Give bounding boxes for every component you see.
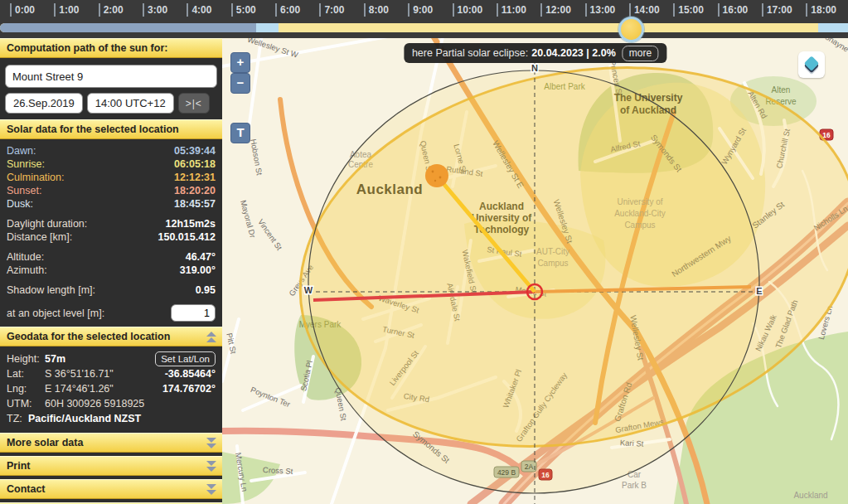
- eclipse-more-button[interactable]: more: [623, 46, 658, 61]
- geodata-panel: Height: 57m Set Lat/Lon Lat: S 36°51'16.…: [0, 346, 222, 429]
- sun-position-icon[interactable]: [425, 164, 448, 187]
- sidebar: Computation path of the sun for: 26.Sep.…: [0, 38, 222, 504]
- map[interactable]: Wellesley St WHobson StMayoral DrVincent…: [222, 38, 848, 504]
- timeline-segment: [279, 23, 819, 32]
- geodata-header[interactable]: Geodata for the selected location: [0, 327, 222, 346]
- map-canvas: Wellesley St WHobson StMayoral DrVincent…: [222, 38, 848, 504]
- timeline-tick-4:00: 4:00: [187, 3, 211, 17]
- collapse-sidebar-button[interactable]: >|<: [178, 93, 210, 114]
- map-label: Alten: [772, 85, 791, 94]
- solar-data-header: Solar data for the selected location: [0, 119, 222, 139]
- set-latlon-button[interactable]: Set Lat/Lon: [155, 351, 216, 366]
- accordion-more-solar-data[interactable]: More solar data: [0, 433, 222, 453]
- timeline-tick-3:00: 3:00: [143, 3, 167, 17]
- object-level-input[interactable]: [171, 304, 216, 322]
- date-button[interactable]: 26.Sep.2019: [5, 93, 83, 114]
- timeline[interactable]: 0:001:002:003:004:005:006:007:008:009:00…: [0, 0, 848, 38]
- timeline-tick-2:00: 2:00: [99, 3, 124, 17]
- timeline-tick-10:00: 10:00: [453, 3, 483, 17]
- solar-metric-row: Daylight duration:12h15m2s: [7, 217, 216, 230]
- timeline-sun-handle[interactable]: [618, 17, 644, 42]
- timeline-tick-16:00: 16:00: [718, 3, 749, 17]
- compass-w: W: [304, 285, 313, 295]
- timeline-tick-1:00: 1:00: [54, 3, 79, 17]
- timeline-segment: [256, 23, 279, 32]
- lng-dms: E 174°46'1.26": [45, 381, 162, 396]
- map-label: Park B: [622, 481, 647, 490]
- sun-path-today-ellipse: [308, 70, 759, 493]
- solar-time-row: Sunrise:06:05:18: [7, 158, 216, 171]
- zoom-in-button[interactable]: +: [230, 52, 250, 73]
- timeline-tick-13:00: 13:00: [585, 3, 616, 17]
- compass-n: N: [531, 63, 538, 73]
- lat-decimal: -36.85464°: [165, 366, 216, 381]
- timeline-tick-14:00: 14:00: [629, 3, 660, 17]
- eclipse-banner[interactable]: here Partial solar eclipse: 20.04.2023 |…: [404, 43, 666, 63]
- timeline-tick-8:00: 8:00: [364, 3, 389, 17]
- lat-dms: S 36°51'16.71": [45, 366, 165, 381]
- solar-data-header-label: Solar data for the selected location: [7, 124, 179, 135]
- computation-header-label: Computation path of the sun for:: [7, 42, 167, 54]
- solar-metric-row: Shadow length [m]:0.95: [7, 284, 216, 297]
- sidebar-accordions: More solar dataPrintContactHelp & API: [0, 433, 222, 504]
- object-level-label: at an object level [m]:: [7, 308, 104, 319]
- location-input[interactable]: [5, 65, 217, 88]
- geodata-header-label: Geodata for the selected location: [7, 331, 170, 342]
- eclipse-text: here Partial solar eclipse:: [412, 47, 528, 59]
- time-button[interactable]: 14:00 UTC+12: [87, 93, 174, 114]
- map-label: Cross St: [263, 465, 293, 476]
- accordion-print[interactable]: Print: [0, 456, 222, 476]
- solar-metric-row: Distance [km]:150.015.412: [7, 230, 216, 244]
- solar-metric-row: Altitude:46.47°: [7, 250, 216, 264]
- lng-label: Lng:: [7, 381, 45, 396]
- compass-e: E: [756, 286, 762, 296]
- timeline-tick-11:00: 11:00: [497, 3, 526, 17]
- timeline-day-bar[interactable]: [0, 23, 848, 32]
- lng-decimal: 174.76702°: [162, 381, 216, 396]
- accordion-contact[interactable]: Contact: [0, 479, 222, 499]
- height-label: Height:: [7, 351, 45, 366]
- zoom-out-button[interactable]: −: [230, 73, 250, 94]
- timeline-segment: [818, 23, 848, 32]
- tz-value: Pacific/Auckland NZST: [28, 413, 141, 424]
- timeline-tick-18:00: 18:00: [806, 3, 836, 17]
- solar-time-row: Sunset:18:20:20: [7, 184, 216, 197]
- tz-label: TZ:: [7, 411, 28, 426]
- utm-label: UTM:: [7, 396, 45, 411]
- eclipse-date-value: 20.04.2023 | 2.0%: [531, 47, 616, 59]
- timeline-tick-0:00: 0:00: [10, 3, 35, 17]
- timeline-tick-5:00: 5:00: [231, 3, 256, 17]
- height-value: 57m: [45, 353, 65, 365]
- timeline-tick-17:00: 17:00: [762, 3, 792, 17]
- utm-value: 60H 300926 5918925: [45, 396, 216, 411]
- map-label: Pitt St: [225, 332, 238, 355]
- map-label: Mayoral Dr: [239, 199, 258, 239]
- timeline-tick-12:00: 12:00: [540, 3, 571, 17]
- timeline-tick-7:00: 7:00: [319, 3, 344, 17]
- layers-icon: [801, 54, 822, 75]
- map-label: Auckland: [793, 491, 827, 500]
- timeline-segment: [0, 23, 256, 32]
- solar-data-panel: Dawn:05:39:44Sunrise:06:05:18Culmination…: [0, 139, 222, 327]
- layers-button[interactable]: [798, 51, 825, 78]
- map-label: Vincent St: [256, 217, 284, 252]
- solar-time-row: Dusk:18:45:57: [7, 197, 216, 211]
- solar-metric-row: Azimuth:319.00°: [7, 264, 216, 277]
- timeline-tick-15:00: 15:00: [673, 3, 704, 17]
- map-label: Hobson St: [249, 138, 264, 177]
- computation-header: Computation path of the sun for:: [0, 38, 222, 58]
- lat-label: Lat:: [7, 366, 45, 381]
- solar-time-row: Dawn:05:39:44: [7, 144, 216, 158]
- timeline-tick-9:00: 9:00: [408, 3, 433, 17]
- collapse-up-icon: [206, 331, 216, 343]
- terrain-button[interactable]: T: [230, 123, 250, 143]
- solar-time-row: Culmination:12:12:31: [7, 171, 216, 184]
- timeline-tick-6:00: 6:00: [275, 3, 300, 17]
